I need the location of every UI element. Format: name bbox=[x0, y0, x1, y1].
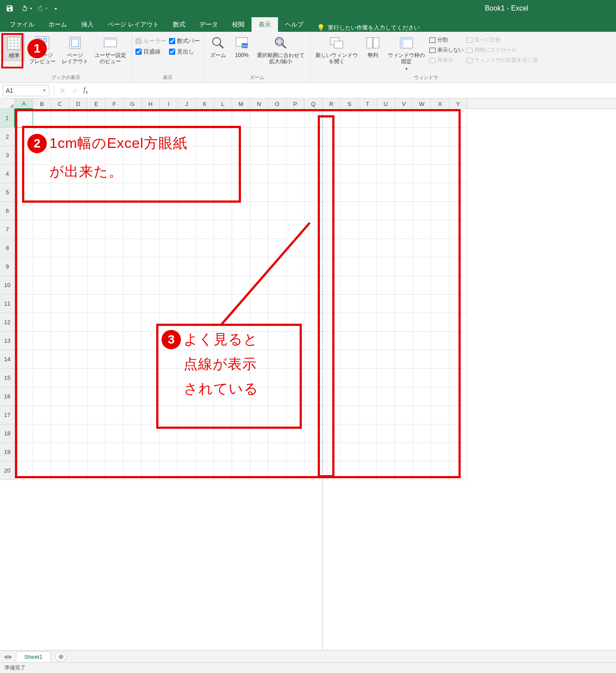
cell-J8[interactable] bbox=[178, 239, 196, 257]
cell-D2[interactable] bbox=[69, 128, 87, 146]
cell-S3[interactable] bbox=[341, 146, 359, 165]
cell-J12[interactable] bbox=[178, 313, 196, 332]
cell-Q9[interactable] bbox=[304, 257, 323, 276]
cell-B14[interactable] bbox=[33, 350, 51, 369]
cell-G16[interactable] bbox=[124, 387, 142, 406]
tab-review[interactable]: 校閲 bbox=[225, 17, 252, 32]
cell-O1[interactable] bbox=[268, 109, 286, 128]
cell-J10[interactable] bbox=[178, 276, 196, 295]
cell-L9[interactable] bbox=[214, 257, 232, 276]
cell-F12[interactable] bbox=[105, 313, 124, 332]
cell-Q2[interactable] bbox=[304, 128, 323, 146]
cell-R13[interactable] bbox=[323, 332, 341, 350]
cell-N8[interactable] bbox=[250, 239, 268, 257]
column-header-T[interactable]: T bbox=[359, 98, 377, 109]
cell-B11[interactable] bbox=[33, 295, 51, 313]
cell-C18[interactable] bbox=[51, 424, 69, 443]
cell-M11[interactable] bbox=[232, 295, 250, 313]
cell-N13[interactable] bbox=[250, 332, 268, 350]
cell-I20[interactable] bbox=[160, 461, 178, 480]
cell-G20[interactable] bbox=[124, 461, 142, 480]
cell-L16[interactable] bbox=[214, 387, 232, 406]
tab-file[interactable]: ファイル bbox=[3, 17, 41, 32]
cell-D4[interactable] bbox=[69, 165, 87, 183]
cell-Q11[interactable] bbox=[304, 295, 323, 313]
cell-T10[interactable] bbox=[359, 276, 377, 295]
cell-C1[interactable] bbox=[51, 109, 69, 128]
cell-R1[interactable] bbox=[323, 109, 341, 128]
cell-D14[interactable] bbox=[69, 350, 87, 369]
cell-T1[interactable] bbox=[359, 109, 377, 128]
cell-V11[interactable] bbox=[395, 295, 413, 313]
column-header-L[interactable]: L bbox=[214, 98, 232, 109]
cell-B9[interactable] bbox=[33, 257, 51, 276]
cell-E19[interactable] bbox=[87, 443, 105, 461]
name-box-dropdown-icon[interactable]: ▼ bbox=[42, 88, 46, 93]
cell-O3[interactable] bbox=[268, 146, 286, 165]
cell-G9[interactable] bbox=[124, 257, 142, 276]
cell-B12[interactable] bbox=[33, 313, 51, 332]
cell-A2[interactable] bbox=[15, 128, 33, 146]
cell-U17[interactable] bbox=[377, 406, 395, 424]
cell-B8[interactable] bbox=[33, 239, 51, 257]
cell-I19[interactable] bbox=[160, 443, 178, 461]
cell-Q18[interactable] bbox=[304, 424, 323, 443]
cell-S8[interactable] bbox=[341, 239, 359, 257]
cell-K17[interactable] bbox=[196, 406, 214, 424]
cell-L10[interactable] bbox=[214, 276, 232, 295]
row-header-5[interactable]: 5 bbox=[0, 183, 15, 202]
cell-H4[interactable] bbox=[142, 165, 160, 183]
column-header-A[interactable]: A bbox=[15, 98, 33, 109]
cell-H17[interactable] bbox=[142, 406, 160, 424]
cell-S5[interactable] bbox=[341, 183, 359, 202]
cell-T18[interactable] bbox=[359, 424, 377, 443]
cell-U1[interactable] bbox=[377, 109, 395, 128]
cell-E6[interactable] bbox=[87, 202, 105, 220]
cell-K2[interactable] bbox=[196, 128, 214, 146]
cell-J9[interactable] bbox=[178, 257, 196, 276]
cell-J20[interactable] bbox=[178, 461, 196, 480]
cell-L3[interactable] bbox=[214, 146, 232, 165]
tab-insert[interactable]: 挿入 bbox=[74, 17, 101, 32]
checkbox-formulabar[interactable]: 数式バー bbox=[169, 37, 200, 45]
cell-L20[interactable] bbox=[214, 461, 232, 480]
cell-P17[interactable] bbox=[286, 406, 304, 424]
cell-R19[interactable] bbox=[323, 443, 341, 461]
cell-C14[interactable] bbox=[51, 350, 69, 369]
cell-I11[interactable] bbox=[160, 295, 178, 313]
cell-K19[interactable] bbox=[196, 443, 214, 461]
cell-L5[interactable] bbox=[214, 183, 232, 202]
row-header-6[interactable]: 6 bbox=[0, 202, 15, 220]
cell-X19[interactable] bbox=[431, 443, 449, 461]
column-header-D[interactable]: D bbox=[69, 98, 87, 109]
save-button[interactable] bbox=[3, 2, 17, 15]
cell-W7[interactable] bbox=[413, 220, 431, 239]
cell-Y17[interactable] bbox=[449, 406, 467, 424]
cell-M10[interactable] bbox=[232, 276, 250, 295]
cell-P8[interactable] bbox=[286, 239, 304, 257]
fx-icon[interactable]: fx bbox=[81, 86, 90, 95]
cell-R12[interactable] bbox=[323, 313, 341, 332]
cell-Y9[interactable] bbox=[449, 257, 467, 276]
cell-I16[interactable] bbox=[160, 387, 178, 406]
cell-K20[interactable] bbox=[196, 461, 214, 480]
cell-K14[interactable] bbox=[196, 350, 214, 369]
cell-S19[interactable] bbox=[341, 443, 359, 461]
cell-Q10[interactable] bbox=[304, 276, 323, 295]
cell-C3[interactable] bbox=[51, 146, 69, 165]
cell-G3[interactable] bbox=[124, 146, 142, 165]
cell-K4[interactable] bbox=[196, 165, 214, 183]
cell-N19[interactable] bbox=[250, 443, 268, 461]
cell-W20[interactable] bbox=[413, 461, 431, 480]
cell-P20[interactable] bbox=[286, 461, 304, 480]
cell-A14[interactable] bbox=[15, 350, 33, 369]
cell-Y16[interactable] bbox=[449, 387, 467, 406]
undo-dropdown-icon[interactable]: ▾ bbox=[30, 6, 32, 11]
cell-H9[interactable] bbox=[142, 257, 160, 276]
cell-F2[interactable] bbox=[105, 128, 124, 146]
cell-P4[interactable] bbox=[286, 165, 304, 183]
cell-U2[interactable] bbox=[377, 128, 395, 146]
column-header-M[interactable]: M bbox=[232, 98, 250, 109]
cell-X5[interactable] bbox=[431, 183, 449, 202]
row-header-7[interactable]: 7 bbox=[0, 220, 15, 239]
